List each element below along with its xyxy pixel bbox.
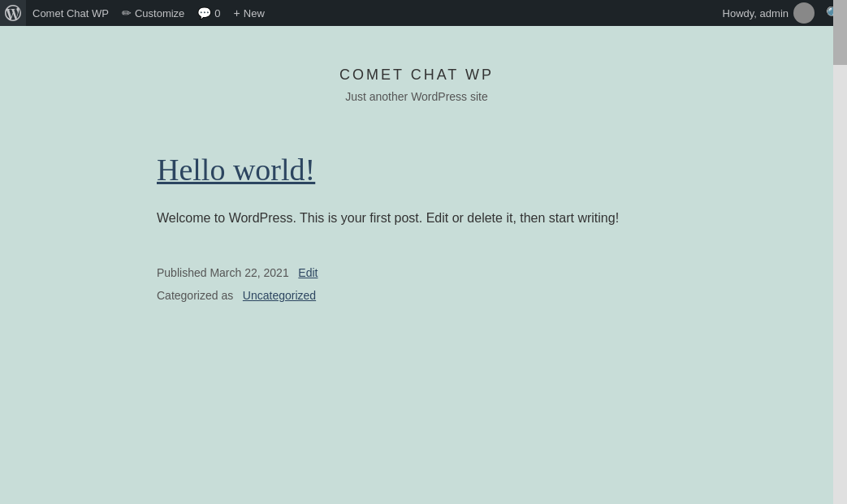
post-edit-link[interactable]: Edit (298, 266, 318, 279)
customize-icon: ✏ (122, 6, 132, 19)
content-area: Hello world! Welcome to WordPress. This … (157, 136, 676, 323)
admin-bar: Comet Chat WP ✏ Customize 💬 0 + New Howd… (0, 0, 847, 26)
admin-bar-new[interactable]: + New (227, 0, 271, 26)
post-category-meta: Categorized as Uncategorized (157, 284, 676, 307)
site-title: COMET CHAT WP (16, 67, 817, 84)
new-icon: + (234, 6, 240, 19)
post-published-meta: Published March 22, 2021 Edit (157, 261, 676, 284)
post-content: Welcome to WordPress. This is your first… (157, 207, 676, 229)
site-header: COMET CHAT WP Just another WordPress sit… (16, 26, 817, 136)
published-label: Published (157, 266, 207, 279)
scrollbar[interactable] (833, 0, 847, 504)
categorized-label: Categorized as (157, 289, 233, 302)
post-category-link[interactable]: Uncategorized (243, 289, 316, 302)
scrollbar-thumb[interactable] (833, 0, 847, 65)
admin-bar-comments[interactable]: 💬 0 (191, 0, 227, 26)
wp-logo[interactable] (0, 0, 26, 26)
post-meta: Published March 22, 2021 Edit Categorize… (157, 261, 676, 307)
site-tagline: Just another WordPress site (16, 90, 817, 103)
main-content: COMET CHAT WP Just another WordPress sit… (0, 26, 833, 504)
comments-icon: 💬 (197, 6, 211, 19)
admin-bar-customize[interactable]: ✏ Customize (115, 0, 191, 26)
admin-bar-howdy[interactable]: Howdy, admin (716, 0, 821, 26)
avatar (793, 2, 815, 24)
published-date-value: March 22, 2021 (210, 266, 288, 279)
admin-bar-site-name[interactable]: Comet Chat WP (26, 0, 115, 26)
post-title[interactable]: Hello world! (157, 152, 676, 187)
